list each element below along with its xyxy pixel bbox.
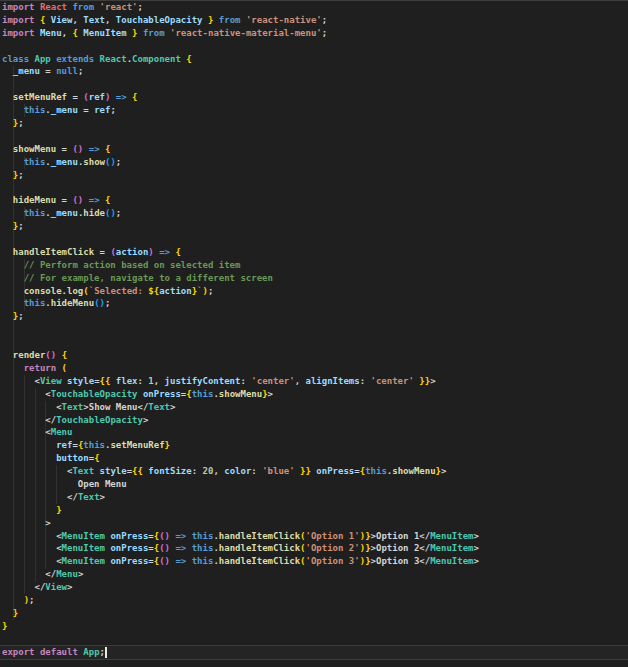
code-line-29[interactable]: return ( [2, 362, 479, 375]
code-token: from [213, 15, 246, 25]
code-token: ; [110, 105, 115, 115]
code-line-50[interactable] [2, 633, 479, 646]
code-line-24[interactable]: this.hideMenu(); [2, 297, 479, 310]
code-line-45[interactable]: </Menu> [2, 568, 479, 581]
code-token: from [72, 2, 99, 12]
text-cursor [105, 647, 107, 658]
code-token: TouchableOpacity [51, 389, 143, 399]
code-token [2, 440, 56, 450]
code-token: </ [35, 582, 46, 592]
code-line-40[interactable]: } [2, 504, 479, 517]
code-token [2, 531, 56, 541]
code-line-21[interactable]: // Perform action based on selected item [2, 259, 479, 272]
code-line-46[interactable]: </View> [2, 581, 479, 594]
code-line-16[interactable]: hideMenu = () => { [2, 194, 479, 207]
code-token: MenuItem [430, 543, 473, 553]
code-line-12[interactable]: showMenu = () => { [2, 143, 479, 156]
code-token: TouchableOpacity [116, 15, 203, 25]
code-line-32[interactable]: <Text>Show Menu</Text> [2, 401, 479, 414]
code-line-37[interactable]: <Text style={{ fontSize: 20, color: 'blu… [2, 465, 479, 478]
code-line-10[interactable]: }; [2, 117, 479, 130]
code-line-26[interactable] [2, 323, 479, 336]
code-token: Text [78, 492, 100, 502]
code-line-27[interactable] [2, 336, 479, 349]
code-line-36[interactable]: button={ [2, 452, 479, 465]
code-token [2, 427, 45, 437]
code-token: {{ [132, 466, 143, 476]
code-line-17[interactable]: this._menu.hide(); [2, 207, 479, 220]
code-line-4[interactable] [2, 40, 479, 53]
code-line-31[interactable]: <TouchableOpacity onPress={this.showMenu… [2, 388, 479, 401]
code-token: () [159, 531, 170, 541]
code-token: {{ [100, 376, 111, 386]
code-line-28[interactable]: render() { [2, 349, 479, 362]
code-line-41[interactable]: > [2, 517, 479, 530]
code-line-44[interactable]: <MenuItem onPress={() => this.handleItem… [2, 555, 479, 568]
code-line-47[interactable]: ); [2, 594, 479, 607]
code-line-30[interactable]: <View style={{ flex: 1, justifyContent: … [2, 375, 479, 388]
code-token: handleItemClick [219, 543, 300, 553]
code-line-20[interactable]: handleItemClick = (action) => { [2, 246, 479, 259]
code-line-39[interactable]: </Text> [2, 491, 479, 504]
code-line-34[interactable]: <Menu [2, 426, 479, 439]
code-token: => [170, 556, 192, 566]
code-token: ; [322, 15, 327, 25]
code-line-19[interactable] [2, 233, 479, 246]
code-token: `Selected: [89, 286, 149, 296]
code-token: } [165, 440, 170, 450]
code-line-22[interactable]: // For example, navigate to a different … [2, 272, 479, 285]
code-line-23[interactable]: console.log(`Selected: ${action}`); [2, 285, 479, 298]
code-token: fontSize [143, 466, 192, 476]
code-token: color [224, 466, 251, 476]
code-token: // For example, navigate to a different … [2, 273, 273, 283]
code-line-8[interactable]: setMenuRef = (ref) => { [2, 91, 479, 104]
code-token: handleItemClick [2, 247, 100, 257]
code-token [2, 466, 67, 476]
code-line-48[interactable]: } [2, 607, 479, 620]
code-token: } [127, 28, 138, 38]
code-token: TouchableOpacity [56, 415, 143, 425]
code-line-15[interactable] [2, 181, 479, 194]
code-line-6[interactable]: _menu = null; [2, 65, 479, 78]
code-line-13[interactable]: this._menu.show(); [2, 156, 479, 169]
code-token: onPress [311, 466, 354, 476]
code-token: </ [45, 569, 56, 579]
code-token: button [56, 453, 89, 463]
code-line-49[interactable]: } [2, 620, 479, 633]
code-token: _menu [51, 208, 78, 218]
code-token: Open Menu [2, 479, 127, 489]
code-token: handleItemClick [219, 531, 300, 541]
code-line-43[interactable]: <MenuItem onPress={() => this.handleItem… [2, 542, 479, 555]
code-token: => [110, 92, 132, 102]
code-token: } [2, 221, 18, 231]
code-line-38[interactable]: Open Menu [2, 478, 479, 491]
code-token: showMenu [392, 466, 435, 476]
code-line-2[interactable]: import { View, Text, TouchableOpacity } … [2, 14, 479, 27]
code-token: 'Option 3' [306, 556, 360, 566]
code-line-25[interactable]: }; [2, 310, 479, 323]
code-line-51[interactable]: export default App; [2, 646, 479, 659]
code-token: 'center' [371, 376, 414, 386]
code-editor[interactable]: import React from 'react';import { View,… [0, 0, 628, 667]
code-token: ; [78, 66, 83, 76]
code-token: App [83, 647, 99, 657]
code-line-9[interactable]: this._menu = ref; [2, 104, 479, 117]
code-line-33[interactable]: </TouchableOpacity> [2, 414, 479, 427]
code-token: () [72, 195, 83, 205]
code-line-3[interactable]: import Menu, { MenuItem } from 'react-na… [2, 27, 479, 40]
code-line-18[interactable]: }; [2, 220, 479, 233]
code-line-1[interactable]: import React from 'react'; [2, 1, 479, 14]
code-token: : [360, 376, 371, 386]
code-line-35[interactable]: ref={this.setMenuRef} [2, 439, 479, 452]
code-line-14[interactable]: }; [2, 169, 479, 182]
code-token: onPress [110, 531, 148, 541]
code-token: style [100, 466, 127, 476]
code-token: () [94, 298, 105, 308]
code-line-7[interactable] [2, 78, 479, 91]
code-line-42[interactable]: <MenuItem onPress={() => this.handleItem… [2, 530, 479, 543]
code-token: ; [18, 118, 23, 128]
code-token: ; [116, 208, 121, 218]
code-text-layer[interactable]: import React from 'react';import { View,… [2, 1, 479, 658]
code-line-5[interactable]: class App extends React.Component { [2, 53, 479, 66]
code-line-11[interactable] [2, 130, 479, 143]
